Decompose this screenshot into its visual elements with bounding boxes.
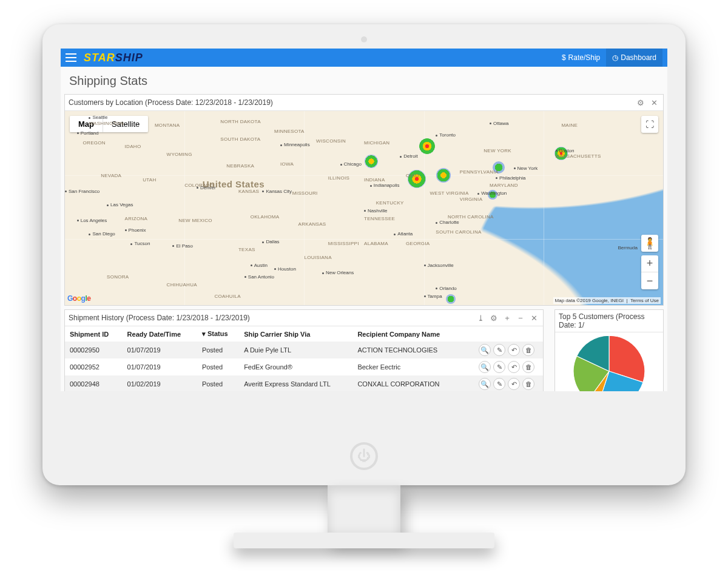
pencil-icon[interactable]: ✎ [493,361,505,373]
map-state-label: IOWA [280,161,294,167]
trash-icon[interactable]: 🗑 [522,344,534,356]
cell-recipient: Becker Eectric [352,358,461,375]
map-city-label: Tampa [424,294,442,299]
table-row[interactable]: 0000295201/07/2019PostedFedEx Ground®Bec… [65,358,543,375]
magnifier-icon[interactable]: 🔍 [479,361,491,373]
brand-ship: SHIP [115,52,143,64]
map-city-label: Phoenix [125,227,146,233]
plus-icon[interactable]: + [502,312,513,323]
map-city-label: Indianapolis [370,183,400,188]
map-state-label: OHIO [406,173,419,178]
map-state-label: ALABAMA [364,241,388,246]
magnifier-icon[interactable]: 🔍 [479,378,491,390]
map-state-label: MASSACHUSETTS [556,153,601,159]
app-screen: STARSHIP $ Rate/Ship ◷ Dashboard Shippin… [61,49,667,391]
map-credits: Map data ©2019 Google, INEGI | Terms of … [553,297,661,304]
map-city-label: Denver [197,185,216,190]
map-state-label: PENNSYLVANIA [460,169,499,175]
close-icon[interactable]: ✕ [528,312,539,323]
monitor-stand-neck [328,485,400,540]
map-state-label: MAINE [561,123,578,128]
map-state-label: WASHINGTON [89,121,124,126]
minus-icon[interactable]: − [515,312,526,323]
map-city-label: Austin [251,263,268,268]
zoom-control: + − [641,255,658,289]
map-city-label: Los Angeles [77,218,107,223]
zoom-in-button[interactable]: + [641,255,658,272]
cell-carrier: A Duie Pyle LTL [239,342,352,358]
trash-icon[interactable]: 🗑 [522,378,534,390]
fullscreen-button[interactable]: ⛶ [641,116,658,133]
undo-icon[interactable]: ↶ [508,361,520,373]
magnifier-icon[interactable]: 🔍 [479,344,491,356]
map-state-label: SONORA [107,274,129,280]
col-ready-date[interactable]: Ready Date/Time [123,326,197,342]
col-status[interactable]: ▾ Status [197,326,239,342]
camera-dot [361,36,367,42]
map-state-label: LOUISIANA [304,255,331,260]
cell-status: Posted [197,375,239,391]
map-state-label: WYOMING [167,152,192,157]
street-view-pegman[interactable]: 🧍 [641,235,658,252]
brand-star: STAR [84,52,115,64]
heatspot [419,138,435,154]
map-credits-text: Map data ©2019 Google, INEGI [555,298,624,303]
map-state-label: NORTH CAROLINA [448,214,494,220]
map-city-label: Las Vegas [107,202,133,207]
clock-icon: ◷ [612,53,618,62]
download-icon[interactable]: ⤓ [475,312,486,323]
close-icon[interactable]: ✕ [649,97,659,108]
map-state-label: ARKANSAS [298,221,326,227]
map-panel-title: Customers by Location (Process Date: 12/… [69,98,633,107]
table-row[interactable]: 0000295001/07/2019PostedA Duie Pyle LTLA… [65,342,543,358]
cell-shipment-id: 00002948 [65,375,123,391]
undo-icon[interactable]: ↶ [508,378,520,390]
nav-rate-ship-label: Rate/Ship [568,53,601,62]
map-state-label: NEBRASKA [226,163,254,169]
row-actions: 🔍✎↶🗑 [466,344,538,356]
map-city-label: San Antonio [244,274,274,280]
gear-icon[interactable]: ⚙ [488,312,499,323]
map-panel-header: Customers by Location (Process Date: 12/… [65,95,663,111]
map-city-label: El Paso [172,243,193,249]
map-state-label: COAHUILA [215,294,241,299]
map-city-label: San Francisco [65,189,99,194]
cell-status: Posted [197,342,239,358]
col-shipment-id[interactable]: Shipment ID [65,326,123,342]
map-state-label: WEST VIRGINIA [430,190,468,196]
map-label-bermuda: Bermuda [618,245,638,251]
customers-by-location-panel: Customers by Location (Process Date: 12/… [64,94,664,306]
map-city-label: Chicago [340,161,362,167]
map-canvas[interactable]: Map Satellite ⛶ [65,111,663,305]
nav-rate-ship[interactable]: $ Rate/Ship [556,49,606,67]
history-panel-header: Shipment History (Process Date: 1/23/201… [65,310,543,326]
pencil-icon[interactable]: ✎ [493,344,505,356]
cell-carrier: Averitt Express Standard LTL [239,375,352,391]
map-state-label: IDAHO [125,144,141,149]
nav-dashboard[interactable]: ◷ Dashboard [606,49,662,67]
sort-chevron-down-icon: ▾ [202,330,206,337]
map-state-label: MARYLAND [490,183,518,188]
map-state-label: TENNESSEE [364,216,395,221]
trash-icon[interactable]: 🗑 [522,361,534,373]
col-carrier[interactable]: Ship Carrier Ship Via [239,326,352,342]
brand-logo: STARSHIP [84,52,143,64]
monitor-frame: STARSHIP $ Rate/Ship ◷ Dashboard Shippin… [42,24,686,485]
map-city-label: Ottawa [490,121,508,126]
pencil-icon[interactable]: ✎ [493,378,505,390]
heatspot [365,155,378,168]
map-state-label: GEORGIA [406,241,430,246]
gear-icon[interactable]: ⚙ [635,97,646,108]
cell-shipment-id: 00002952 [65,358,123,375]
undo-icon[interactable]: ↶ [508,344,520,356]
map-terms-link[interactable]: Terms of Use [630,298,659,303]
map-state-label: NEVADA [101,173,121,178]
customers-panel-title: Top 5 Customers (Process Date: 1/ [559,312,659,329]
hamburger-menu-button[interactable] [66,53,76,62]
zoom-out-button[interactable]: − [641,272,658,289]
col-recipient[interactable]: Recipient Company Name [352,326,461,342]
map-state-label: NEW MEXICO [178,218,212,223]
map-state-label: TEXAS [238,247,255,252]
table-row[interactable]: 0000294801/02/2019PostedAveritt Express … [65,375,543,391]
map-state-label: VIRGINIA [460,197,483,202]
